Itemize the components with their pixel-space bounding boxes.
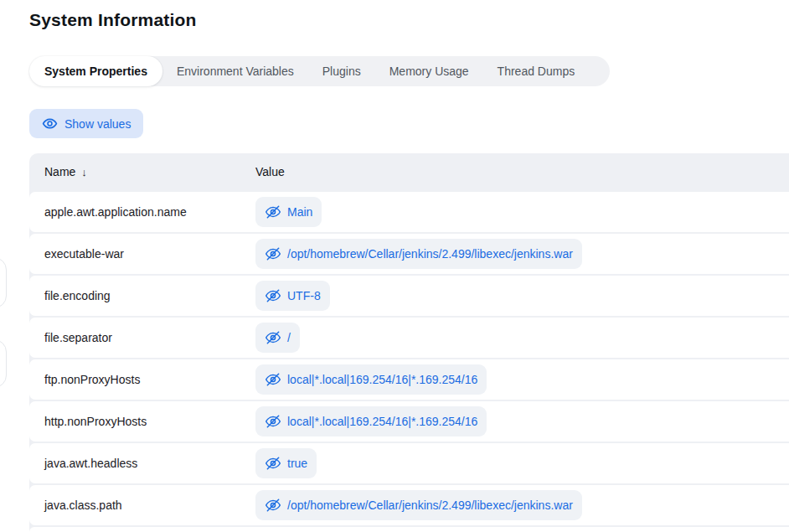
hidden-value-button[interactable]: /opt/homebrew/Cellar/jenkins/2.499/libex… [255, 490, 582, 520]
eye-off-icon [265, 287, 281, 304]
table-row: apple.awt.application.name Main [29, 192, 789, 232]
value-cell: /opt/homebrew/Cellar/jenkins/2.499/libex… [255, 239, 789, 269]
table-row-clipped [29, 527, 789, 532]
hidden-value-button[interactable]: true [255, 448, 317, 478]
tab-environment-variables[interactable]: Environment Variables [162, 56, 308, 86]
main-content: System Information System Properties Env… [0, 0, 789, 532]
value-cell: / [255, 323, 789, 353]
page-title: System Information [29, 10, 789, 30]
property-name: apple.awt.application.name [29, 205, 255, 219]
table-header-row: Name ↓ Value [29, 153, 789, 190]
property-name: ftp.nonProxyHosts [29, 373, 255, 386]
property-value: local|*.local|169.254/16|*.169.254/16 [287, 415, 477, 428]
tab-memory-usage[interactable]: Memory Usage [375, 56, 483, 86]
value-cell: local|*.local|169.254/16|*.169.254/16 [255, 364, 789, 395]
value-cell: local|*.local|169.254/16|*.169.254/16 [255, 406, 789, 436]
property-name: http.nonProxyHosts [29, 415, 255, 428]
table-row: executable-war /opt/homebrew/Cellar/jenk… [29, 234, 789, 274]
system-properties-table: Name ↓ Value apple.awt.application.name [29, 153, 789, 532]
property-value: / [287, 331, 291, 344]
property-value: local|*.local|169.254/16|*.169.254/16 [287, 373, 477, 386]
clipped-left-panel-top [0, 257, 7, 308]
value-cell: UTF-8 [255, 281, 789, 311]
hidden-value-button[interactable]: /opt/homebrew/Cellar/jenkins/2.499/libex… [255, 239, 582, 269]
show-values-button[interactable]: Show values [29, 109, 143, 138]
property-value: UTF-8 [287, 289, 321, 302]
table-row: file.encoding UTF-8 [29, 276, 789, 316]
hidden-value-button[interactable]: local|*.local|169.254/16|*.169.254/16 [255, 406, 487, 436]
property-name: java.awt.headless [29, 457, 255, 470]
value-cell: Main [255, 197, 789, 227]
tab-thread-dumps[interactable]: Thread Dumps [483, 56, 590, 86]
table-row: file.separator / [29, 318, 789, 358]
eye-off-icon [265, 245, 281, 262]
value-cell: true [255, 448, 789, 478]
eye-off-icon [265, 329, 281, 346]
table-row: http.nonProxyHosts local|*.local|169.254… [29, 401, 789, 442]
table-row: java.class.path /opt/homebrew/Cellar/jen… [29, 485, 789, 525]
eye-off-icon [265, 204, 281, 220]
hidden-value-button[interactable]: / [255, 323, 300, 353]
property-value: /opt/homebrew/Cellar/jenkins/2.499/libex… [287, 498, 573, 512]
property-name: java.class.path [29, 498, 255, 512]
eye-off-icon [265, 497, 281, 514]
eye-icon [42, 116, 58, 132]
hidden-value-button[interactable]: UTF-8 [255, 281, 330, 311]
hidden-value-button[interactable]: Main [255, 197, 322, 227]
eye-off-icon [265, 371, 281, 388]
property-name: file.encoding [29, 289, 255, 302]
value-column-label: Value [255, 165, 285, 178]
tab-system-properties[interactable]: System Properties [29, 56, 162, 86]
column-header-name[interactable]: Name ↓ [29, 165, 255, 178]
property-value: /opt/homebrew/Cellar/jenkins/2.499/libex… [287, 247, 573, 261]
sort-descending-icon: ↓ [81, 166, 87, 178]
property-value: true [287, 457, 307, 470]
eye-off-icon [265, 413, 281, 430]
hidden-value-button[interactable]: local|*.local|169.254/16|*.169.254/16 [255, 364, 487, 395]
tab-plugins[interactable]: Plugins [308, 56, 375, 86]
property-name: executable-war [29, 247, 255, 261]
name-column-label: Name [44, 165, 75, 178]
property-value: Main [287, 205, 312, 219]
value-cell: /opt/homebrew/Cellar/jenkins/2.499/libex… [255, 490, 789, 520]
eye-off-icon [265, 455, 281, 472]
table-row: java.awt.headless true [29, 443, 789, 483]
section-tabbar: System Properties Environment Variables … [29, 56, 610, 86]
column-header-value[interactable]: Value [255, 165, 789, 178]
property-name: file.separator [29, 331, 255, 344]
table-row: ftp.nonProxyHosts local|*.local|169.254/… [29, 359, 789, 400]
show-values-label: Show values [64, 117, 131, 131]
